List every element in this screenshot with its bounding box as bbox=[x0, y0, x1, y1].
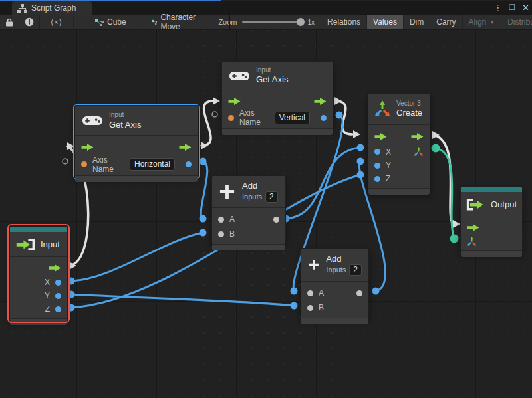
sum-port[interactable] bbox=[356, 290, 362, 296]
window-controls: ⋮ ❐ ✕ bbox=[493, 1, 529, 13]
port-b[interactable] bbox=[218, 231, 224, 237]
node-footer bbox=[10, 319, 67, 325]
lock-icon bbox=[5, 18, 13, 27]
node-input[interactable]: Input X Y Z bbox=[9, 226, 68, 321]
port-y[interactable] bbox=[374, 163, 380, 169]
node-footer bbox=[368, 189, 430, 195]
port-label: Z bbox=[386, 174, 390, 183]
inputs-count-field[interactable]: 2 bbox=[349, 264, 362, 276]
flow-in-port[interactable] bbox=[228, 98, 241, 105]
node-vector3-create[interactable]: Vector 3 Create X Y bbox=[368, 93, 430, 193]
distribute-dropdown[interactable]: Distribute▼ bbox=[501, 15, 532, 29]
code-preview-button[interactable]: ⟨×⟩ bbox=[40, 15, 74, 29]
graph-hierarchy-icon bbox=[17, 4, 27, 13]
node-footer bbox=[212, 245, 285, 250]
dim-button[interactable]: Dim bbox=[404, 15, 430, 29]
breadcrumb-label: Character Move bbox=[160, 13, 198, 31]
breadcrumb-label: Cube bbox=[107, 17, 126, 27]
port-z[interactable] bbox=[374, 176, 380, 182]
unity-script-graph-window: Script Graph ⋮ ❐ ✕ ⟨×⟩ bbox=[0, 0, 532, 398]
values-button[interactable]: Values bbox=[367, 15, 404, 29]
io-node-strip bbox=[10, 227, 67, 232]
flow-out-port[interactable] bbox=[314, 98, 327, 105]
node-title: Get Axis bbox=[109, 120, 141, 130]
node-category: Input bbox=[109, 111, 141, 120]
node-title: Create bbox=[396, 108, 422, 118]
node-get-axis-horizontal[interactable]: Input Get Axis Axis Name Horizontal bbox=[74, 106, 198, 178]
node-add-2[interactable]: Add Inputs 2 A B bbox=[301, 248, 369, 319]
breadcrumb-character-move[interactable]: Character Move bbox=[145, 15, 205, 29]
flow-in-port[interactable] bbox=[374, 133, 387, 140]
chevron-down-icon: ▼ bbox=[489, 19, 495, 25]
tab-title: Script Graph bbox=[31, 3, 76, 13]
menu-icon[interactable]: ⋮ bbox=[493, 3, 502, 13]
tab-script-graph[interactable]: Script Graph bbox=[12, 1, 92, 15]
port-a[interactable] bbox=[218, 217, 224, 223]
port-label: X bbox=[45, 278, 50, 287]
node-category: Vector 3 bbox=[396, 100, 422, 108]
port-label: Y bbox=[45, 291, 50, 300]
zoom-slider[interactable] bbox=[242, 21, 303, 23]
graph-asset-icon bbox=[152, 19, 158, 26]
axis-name-field[interactable]: Vertical bbox=[275, 112, 310, 124]
breadcrumb-cube[interactable]: Cube bbox=[88, 15, 133, 29]
vector3-icon bbox=[374, 100, 391, 118]
port-a[interactable] bbox=[307, 290, 313, 296]
align-dropdown[interactable]: Align▼ bbox=[463, 15, 502, 29]
sum-port[interactable] bbox=[273, 217, 279, 223]
flow-in-port[interactable] bbox=[81, 144, 94, 151]
flow-out-port[interactable] bbox=[49, 264, 61, 272]
tab-bar: Script Graph bbox=[0, 1, 532, 15]
flow-in-port[interactable] bbox=[467, 224, 479, 231]
node-add-1[interactable]: Add Inputs 2 A B bbox=[211, 175, 286, 245]
node-title: Output bbox=[491, 199, 517, 209]
node-title: Input bbox=[41, 239, 60, 249]
flow-out-port[interactable] bbox=[179, 144, 192, 151]
port-label: X bbox=[386, 148, 391, 157]
vector3-result-port[interactable] bbox=[414, 147, 424, 157]
axis-name-port[interactable] bbox=[228, 115, 234, 121]
info-icon bbox=[25, 17, 34, 27]
flow-out-port[interactable] bbox=[411, 133, 424, 140]
node-title: Add bbox=[326, 254, 362, 264]
relations-button[interactable]: Relations bbox=[321, 15, 367, 29]
port-label: Y bbox=[386, 161, 391, 170]
node-output[interactable]: Output bbox=[460, 186, 523, 254]
lock-button[interactable] bbox=[0, 15, 19, 29]
node-footer bbox=[461, 251, 522, 257]
axis-name-field[interactable]: Horizontal bbox=[130, 158, 175, 171]
input-icon bbox=[15, 238, 35, 251]
port-b[interactable] bbox=[307, 305, 313, 311]
zoom-slider-handle[interactable] bbox=[297, 18, 305, 26]
node-footer bbox=[75, 176, 198, 182]
vector3-value-port[interactable] bbox=[467, 237, 477, 247]
maximize-icon[interactable]: ❐ bbox=[509, 3, 515, 12]
plus-icon bbox=[308, 256, 319, 273]
port-y[interactable] bbox=[55, 293, 61, 299]
result-port[interactable] bbox=[321, 115, 327, 121]
node-title: Add bbox=[242, 181, 278, 191]
zoom-label: Zoom bbox=[218, 18, 237, 26]
node-footer bbox=[222, 129, 332, 135]
node-title: Get Axis bbox=[256, 74, 288, 85]
output-icon bbox=[466, 198, 485, 211]
inputs-label: Inputs bbox=[326, 266, 346, 275]
gamepad-icon bbox=[229, 70, 250, 82]
carry-button[interactable]: Carry bbox=[430, 15, 462, 29]
gamepad-icon bbox=[82, 114, 103, 127]
node-category: Input bbox=[256, 66, 288, 75]
inputs-count-field[interactable]: 2 bbox=[265, 191, 278, 203]
port-x[interactable] bbox=[55, 280, 61, 286]
node-get-axis-vertical[interactable]: Input Get Axis Axis Name Vertical bbox=[221, 61, 333, 130]
axis-name-port[interactable] bbox=[81, 161, 87, 167]
inspect-button[interactable] bbox=[19, 15, 40, 29]
port-label: A bbox=[319, 288, 324, 298]
port-label: A bbox=[229, 215, 235, 224]
close-icon[interactable]: ✕ bbox=[522, 3, 529, 13]
result-port[interactable] bbox=[186, 161, 192, 167]
port-x[interactable] bbox=[374, 149, 380, 155]
port-z[interactable] bbox=[55, 306, 61, 312]
node-footer bbox=[301, 318, 368, 324]
graph-asset-icon bbox=[95, 19, 104, 26]
code-icon: ⟨×⟩ bbox=[51, 18, 63, 27]
